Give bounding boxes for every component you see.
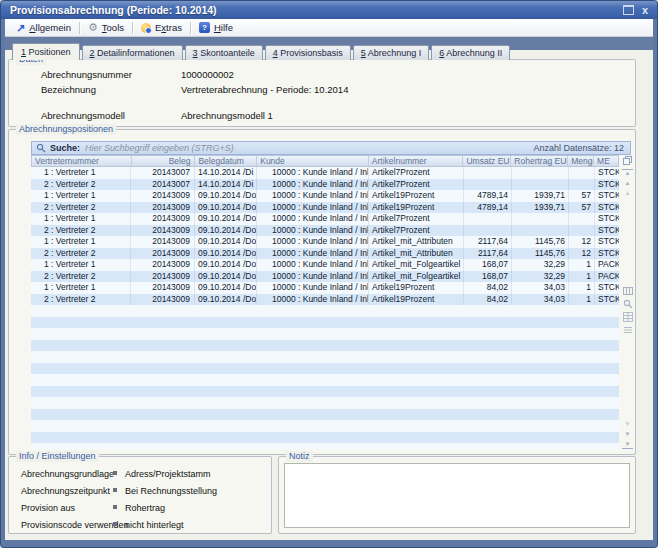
filter-rows-icon[interactable] [622, 324, 633, 335]
col-rohertrag[interactable]: Rohertrag EUR [511, 156, 568, 166]
col-menge[interactable]: Menge [568, 156, 594, 166]
cell-datum: 09.10.2014 /Do [195, 213, 257, 225]
cell-umsatz: 168,07 [464, 259, 512, 271]
tab-positionen[interactable]: 1 Positionen [12, 43, 80, 60]
cell-menge: 12 [569, 236, 595, 248]
menu-label: Allgemein [29, 22, 71, 33]
tab-abrechnung-1[interactable]: 5 Abrechnung I [353, 45, 430, 60]
cell-artikel: Artikel7Prozent [369, 179, 464, 191]
cell-menge: 1 [569, 294, 595, 306]
col-umsatz[interactable]: Umsatz EUR [463, 156, 511, 166]
scroll-page-down-icon[interactable]: ▼ [622, 431, 633, 438]
cell-menge: 1 [569, 271, 595, 283]
restore-icon[interactable] [623, 5, 634, 15]
close-icon[interactable]: x [642, 6, 648, 15]
table-nav-strip: ▲ ▲ ▲ ▼ ▼ ▼ [621, 155, 634, 449]
info-label: Provision aus [21, 503, 75, 513]
table-row[interactable]: 1 : Vertreter 12014300909.10.2014 /Do100… [31, 282, 619, 294]
cell-beleg: 20143009 [131, 190, 195, 202]
zoom-search-icon[interactable] [622, 298, 633, 309]
field-label: Bezeichnung [41, 84, 96, 95]
cell-rohertrag: 1939,71 [512, 202, 569, 214]
cell-kunde: 10000 : Kunde Inland / Inlandsort [257, 202, 369, 214]
cell-artikel: Artikel7Prozent [369, 167, 464, 179]
cell-artikel: Artikel19Prozent [369, 202, 464, 214]
menu-hilfe[interactable]: ? Hilfe [191, 19, 241, 36]
cell-datum: 09.10.2014 /Do [195, 248, 257, 260]
info-row: Provisionscode verwenden nicht hinterleg… [21, 520, 129, 530]
cell-menge: 1 [569, 259, 595, 271]
cell-kunde: 10000 : Kunde Inland / Inlandsort [257, 179, 369, 191]
field-label: Abrechnungsmodell [41, 110, 125, 121]
cell-rohertrag: 1939,71 [512, 190, 569, 202]
notiz-textarea[interactable] [284, 463, 630, 528]
table-row[interactable]: 2 : Vertreter 22014300909.10.2014 /Do100… [31, 294, 619, 306]
arrow-up-right-icon: ↗ [16, 23, 25, 33]
cell-vertreter: 1 : Vertreter 1 [31, 167, 131, 179]
export-table-icon[interactable] [622, 311, 633, 322]
tab-abrechnung-2[interactable]: 6 Abrechnung II [431, 45, 510, 60]
table-row[interactable]: 2 : Vertreter 22014300714.10.2014 /Di100… [31, 179, 619, 191]
table-row[interactable]: 1 : Vertreter 12014300909.10.2014 /Do100… [31, 259, 619, 271]
table-row[interactable]: 2 : Vertreter 22014300909.10.2014 /Do100… [31, 271, 619, 283]
scroll-down-icon[interactable]: ▼ [622, 421, 633, 428]
tab-provisionsbasis[interactable]: 4 Provisionsbasis [265, 45, 351, 60]
group-daten: Daten Abrechnungsnummer 1000000002 Bezei… [8, 59, 636, 127]
tab-detailinformationen[interactable]: 2 Detailinformationen [82, 45, 183, 60]
field-value: Vertreterabrechnung - Periode: 10.2014 [181, 84, 348, 95]
col-beleg[interactable]: Beleg [132, 156, 196, 166]
cell-menge: 57 [569, 190, 595, 202]
menu-allgemein[interactable]: ↗ Allgemein [8, 19, 79, 36]
table-row[interactable]: 2 : Vertreter 22014300909.10.2014 /Do100… [31, 225, 619, 237]
col-vertreternummer[interactable]: Vertreternummer [32, 156, 132, 166]
cell-kunde: 10000 : Kunde Inland / Inlandsort [257, 167, 369, 179]
empty-row [31, 340, 619, 352]
col-me[interactable]: ME [594, 156, 618, 166]
search-bar[interactable]: Suche: Hier Suchbegriff eingeben (STRG+S… [31, 141, 631, 155]
cell-menge: 12 [569, 248, 595, 260]
cell-kunde: 10000 : Kunde Inland / Inlandsort [257, 190, 369, 202]
cell-beleg: 20143009 [131, 271, 195, 283]
cell-beleg: 20143009 [131, 236, 195, 248]
search-icon [36, 143, 46, 153]
scroll-up-icon[interactable]: ▲ [622, 190, 633, 197]
cell-me: STCK [595, 248, 619, 260]
cell-rohertrag [512, 167, 569, 179]
menubar: ↗ Allgemein ⚙ Tools Extras ? Hilfe [5, 19, 653, 37]
empty-row [31, 328, 619, 340]
table-row[interactable]: 1 : Vertreter 12014300909.10.2014 /Do100… [31, 236, 619, 248]
cell-datum: 09.10.2014 /Do [195, 294, 257, 306]
bullet-icon [113, 505, 117, 509]
cell-artikel: Artikel_mit_Folgeartikel [369, 271, 464, 283]
cell-me: PACK [595, 259, 619, 271]
tab-skontoanteile[interactable]: 3 Skontoanteile [185, 45, 263, 60]
cell-me: STCK [595, 236, 619, 248]
window-buttons: x [623, 5, 657, 15]
cell-menge [569, 167, 595, 179]
scroll-page-up-icon[interactable]: ▲ [622, 180, 633, 187]
record-count: Anzahl Datensätze: 12 [533, 143, 630, 153]
cell-vertreter: 2 : Vertreter 2 [31, 179, 131, 191]
menu-label: Tools [102, 22, 124, 33]
column-chooser-icon[interactable] [622, 285, 633, 296]
cell-me: STCK [595, 190, 619, 202]
table-row[interactable]: 1 : Vertreter 12014300909.10.2014 /Do100… [31, 213, 619, 225]
scroll-to-top-icon[interactable]: ▲ [622, 169, 633, 177]
table-row[interactable]: 1 : Vertreter 12014300714.10.2014 /Di100… [31, 167, 619, 179]
group-notiz: Notiz [278, 456, 636, 534]
scroll-to-bottom-icon[interactable]: ▼ [622, 441, 633, 449]
copy-columns-icon[interactable] [622, 155, 633, 166]
cell-artikel: Artikel7Prozent [369, 213, 464, 225]
cell-beleg: 20143007 [131, 179, 195, 191]
menu-tools[interactable]: ⚙ Tools [80, 19, 132, 36]
table-row[interactable]: 2 : Vertreter 22014300909.10.2014 /Do100… [31, 202, 619, 214]
col-kunde[interactable]: Kunde [257, 156, 369, 166]
table-row[interactable]: 1 : Vertreter 12014300909.10.2014 /Do100… [31, 190, 619, 202]
menu-extras[interactable]: Extras [133, 19, 190, 36]
bullet-icon [113, 488, 117, 492]
table-row[interactable]: 2 : Vertreter 22014300909.10.2014 /Do100… [31, 248, 619, 260]
col-artikelnummer[interactable]: Artikelnummer [369, 156, 464, 166]
cell-umsatz [464, 167, 512, 179]
col-belegdatum[interactable]: Belegdatum [195, 156, 257, 166]
menu-label: Hilfe [214, 22, 233, 33]
